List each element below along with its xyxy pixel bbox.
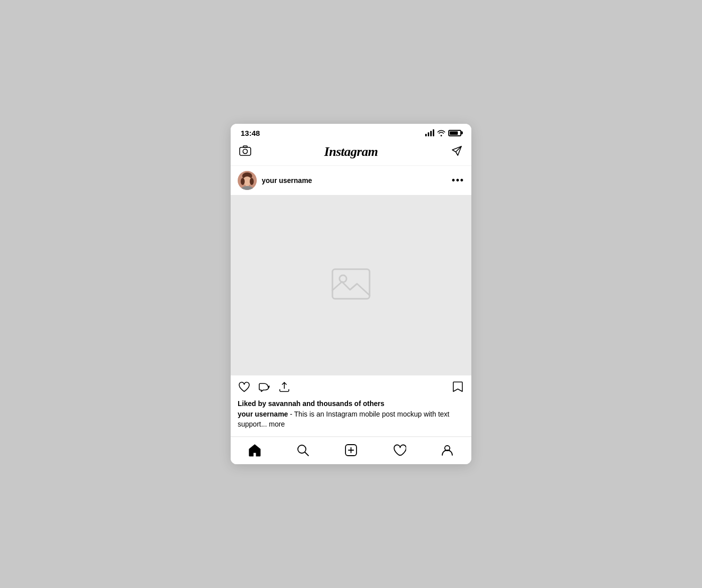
svg-point-9 bbox=[250, 178, 254, 185]
caption-username[interactable]: your username bbox=[238, 410, 288, 418]
nav-profile-button[interactable] bbox=[440, 443, 454, 457]
svg-point-1 bbox=[243, 149, 248, 153]
svg-point-8 bbox=[241, 178, 245, 185]
post-actions bbox=[231, 375, 471, 400]
post-username[interactable]: your username bbox=[262, 176, 312, 184]
svg-rect-12 bbox=[332, 269, 370, 299]
svg-rect-0 bbox=[240, 147, 251, 155]
nav-search-button[interactable] bbox=[296, 443, 310, 457]
svg-line-16 bbox=[305, 453, 309, 456]
status-icons bbox=[425, 129, 461, 136]
nav-home-button[interactable] bbox=[248, 443, 262, 457]
nav-activity-button[interactable] bbox=[392, 443, 406, 457]
svg-point-15 bbox=[298, 445, 306, 453]
caption-text: your username - This is an Instagram mob… bbox=[238, 410, 464, 429]
nav-create-button[interactable] bbox=[344, 443, 358, 457]
post-image-area bbox=[231, 195, 471, 375]
bottom-nav bbox=[231, 437, 471, 464]
action-left bbox=[238, 380, 291, 396]
likes-text: Liked by savannah and thousands of other… bbox=[238, 400, 464, 408]
avatar[interactable] bbox=[238, 171, 257, 190]
image-placeholder-icon bbox=[331, 268, 371, 302]
app-header: Instagram bbox=[231, 140, 471, 166]
battery-icon bbox=[448, 130, 461, 136]
signal-bars-icon bbox=[425, 129, 434, 136]
post-user-info: your username bbox=[238, 171, 312, 190]
post-info: Liked by savannah and thousands of other… bbox=[231, 400, 471, 437]
status-bar: 13:48 bbox=[231, 124, 471, 140]
app-title: Instagram bbox=[324, 144, 378, 159]
phone-frame: 13:48 bbox=[231, 124, 471, 464]
status-time: 13:48 bbox=[241, 129, 260, 137]
svg-rect-2 bbox=[243, 146, 247, 147]
save-button[interactable] bbox=[451, 380, 464, 396]
wifi-icon bbox=[437, 129, 445, 136]
more-options-button[interactable]: ••• bbox=[452, 175, 464, 185]
post-header: your username ••• bbox=[231, 166, 471, 195]
like-button[interactable] bbox=[238, 380, 251, 396]
comment-button[interactable] bbox=[258, 380, 271, 396]
share-button[interactable] bbox=[278, 380, 291, 396]
send-icon[interactable] bbox=[450, 144, 463, 159]
svg-point-13 bbox=[339, 275, 346, 282]
camera-icon[interactable] bbox=[239, 144, 252, 159]
